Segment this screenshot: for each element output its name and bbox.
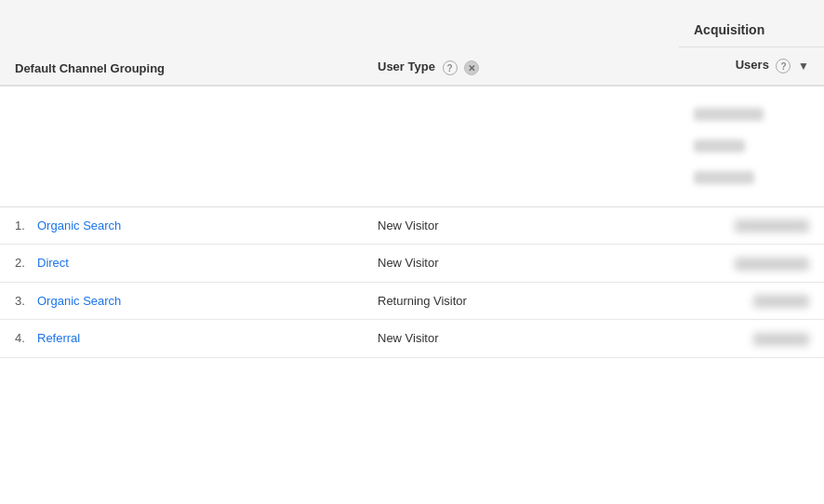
user-type-cell: Returning Visitor bbox=[363, 282, 679, 320]
user-type-cell: New Visitor bbox=[363, 206, 679, 245]
row-number-cell: 2. Direct bbox=[0, 245, 363, 283]
users-value-cell bbox=[679, 206, 824, 245]
secondary-column-header: User Type ? ✕ bbox=[363, 0, 679, 86]
user-type-help-icon[interactable]: ? bbox=[443, 60, 458, 75]
users-value-cell bbox=[679, 320, 824, 358]
channel-link[interactable]: Organic Search bbox=[37, 219, 121, 232]
channel-link[interactable]: Direct bbox=[37, 256, 69, 270]
acquisition-header-row: Default Channel Grouping User Type ? ✕ A… bbox=[0, 0, 824, 46]
row-number-cell: 1. Organic Search bbox=[0, 206, 363, 245]
row-number: 2. bbox=[15, 256, 33, 270]
channel-link[interactable]: Organic Search bbox=[37, 294, 121, 308]
summary-dimension-cell bbox=[0, 86, 679, 206]
dimension-column-header: Default Channel Grouping bbox=[0, 0, 363, 86]
row-number-cell: 4. Referral bbox=[0, 320, 363, 358]
table-row: 3. Organic Search Returning Visitor bbox=[0, 282, 824, 320]
user-type-cell: New Visitor bbox=[363, 245, 679, 283]
row-number: 3. bbox=[15, 294, 33, 308]
channel-link[interactable]: Referral bbox=[37, 331, 80, 345]
users-value-cell bbox=[679, 282, 824, 320]
users-sort-icon[interactable]: ▼ bbox=[798, 60, 809, 73]
summary-row bbox=[0, 86, 824, 206]
user-type-close-icon[interactable]: ✕ bbox=[464, 60, 479, 75]
users-column-header: Users ? ▼ bbox=[679, 46, 824, 86]
acquisition-group-header: Acquisition bbox=[679, 0, 824, 46]
users-value-cell bbox=[679, 245, 824, 283]
users-help-icon[interactable]: ? bbox=[776, 59, 791, 73]
user-type-cell: New Visitor bbox=[363, 320, 679, 358]
row-number: 1. bbox=[15, 219, 33, 232]
summary-users-cell bbox=[679, 86, 824, 206]
table-row: 4. Referral New Visitor bbox=[0, 320, 824, 358]
row-number: 4. bbox=[15, 331, 33, 345]
table-row: 2. Direct New Visitor bbox=[0, 245, 824, 283]
row-number-cell: 3. Organic Search bbox=[0, 282, 363, 320]
table-row: 1. Organic Search New Visitor bbox=[0, 206, 824, 245]
